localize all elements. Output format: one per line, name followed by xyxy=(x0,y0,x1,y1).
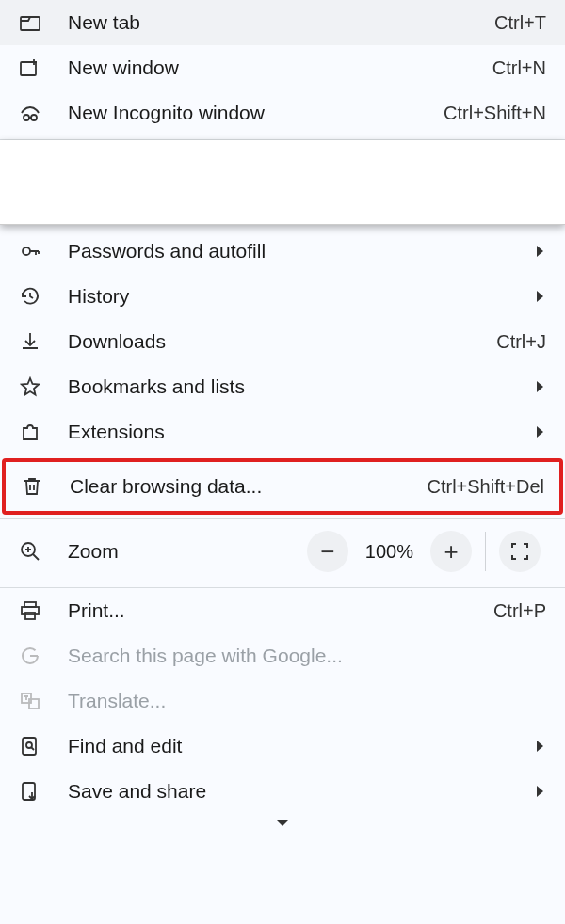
menu-new-window[interactable]: New window Ctrl+N xyxy=(0,45,565,90)
svg-point-3 xyxy=(31,115,37,120)
zoom-out-button[interactable]: − xyxy=(307,531,348,572)
history-icon xyxy=(19,285,41,308)
chevron-right-icon xyxy=(537,245,546,258)
menu-label: Clear browsing data... xyxy=(70,475,401,498)
menu-new-incognito[interactable]: New Incognito window Ctrl+Shift+N xyxy=(0,90,565,135)
menu-save-share[interactable]: Save and share xyxy=(0,769,565,814)
menu-label: Search this page with Google... xyxy=(68,645,546,667)
menu-extensions[interactable]: Extensions xyxy=(0,409,565,454)
menu-translate[interactable]: Translate... xyxy=(0,678,565,724)
menu-search-google[interactable]: Search this page with Google... xyxy=(0,633,565,678)
menu-print[interactable]: Print... Ctrl+P xyxy=(0,588,565,633)
menu-label: Print... xyxy=(68,599,467,622)
menu-label: Find and edit xyxy=(68,735,510,757)
find-icon xyxy=(19,735,41,757)
menu-label: New window xyxy=(68,56,466,79)
zoom-label: Zoom xyxy=(68,540,275,563)
incognito-icon xyxy=(19,102,41,124)
shortcut: Ctrl+Shift+N xyxy=(444,103,546,124)
key-icon xyxy=(19,240,41,263)
new-window-icon xyxy=(19,56,41,79)
chevron-right-icon xyxy=(537,290,546,303)
zoom-value: 100% xyxy=(354,541,425,563)
svg-rect-11 xyxy=(23,738,36,755)
menu-history[interactable]: History xyxy=(0,274,565,319)
puzzle-icon xyxy=(19,421,41,443)
menu-label: New tab xyxy=(68,11,468,34)
menu-downloads[interactable]: Downloads Ctrl+J xyxy=(0,319,565,364)
google-icon xyxy=(19,645,41,667)
chevron-right-icon xyxy=(537,740,546,753)
menu-find-edit[interactable]: Find and edit xyxy=(0,724,565,769)
print-icon xyxy=(19,599,41,622)
gap-section xyxy=(0,140,565,225)
menu-label: Bookmarks and lists xyxy=(68,375,510,398)
menu-passwords[interactable]: Passwords and autofill xyxy=(0,229,565,274)
menu-label: Save and share xyxy=(68,780,510,803)
fullscreen-button[interactable] xyxy=(499,531,541,572)
menu-zoom: Zoom − 100% + xyxy=(0,519,565,583)
menu-label: Extensions xyxy=(68,421,510,443)
svg-rect-8 xyxy=(25,613,35,619)
more-indicator[interactable] xyxy=(0,814,565,831)
zoom-icon xyxy=(19,540,41,563)
menu-clear-browsing-data[interactable]: Clear browsing data... Ctrl+Shift+Del xyxy=(2,458,563,515)
menu-label: New Incognito window xyxy=(68,102,417,124)
shortcut: Ctrl+P xyxy=(493,600,546,622)
menu-label: History xyxy=(68,285,510,308)
menu-new-tab[interactable]: New tab Ctrl+T xyxy=(0,0,565,45)
svg-point-2 xyxy=(24,115,29,120)
svg-rect-0 xyxy=(21,17,40,30)
chevron-right-icon xyxy=(537,380,546,393)
chevron-right-icon xyxy=(537,425,546,438)
trash-icon xyxy=(21,475,43,498)
shortcut: Ctrl+Shift+Del xyxy=(428,476,545,498)
download-icon xyxy=(19,330,41,353)
tab-icon xyxy=(19,11,41,34)
star-icon xyxy=(19,375,41,398)
chevron-right-icon xyxy=(537,785,546,798)
menu-label: Passwords and autofill xyxy=(68,240,510,263)
menu-bookmarks[interactable]: Bookmarks and lists xyxy=(0,364,565,409)
zoom-in-button[interactable]: + xyxy=(430,531,472,572)
menu-label: Translate... xyxy=(68,690,546,712)
shortcut: Ctrl+J xyxy=(496,331,546,353)
separator xyxy=(485,532,486,571)
translate-icon xyxy=(19,690,41,712)
shortcut: Ctrl+N xyxy=(492,57,546,79)
menu-label: Downloads xyxy=(68,330,470,353)
save-share-icon xyxy=(19,780,41,803)
shortcut: Ctrl+T xyxy=(494,12,546,34)
svg-point-4 xyxy=(23,247,30,255)
